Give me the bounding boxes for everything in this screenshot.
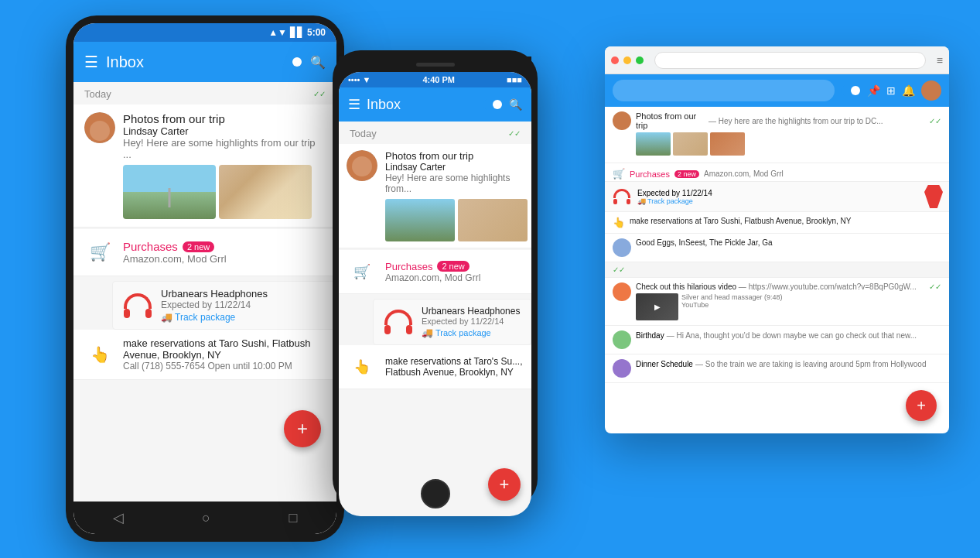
recent-icon[interactable]: □ [289,510,297,526]
desktop-email-photos[interactable]: Photos from our trip — Hey here are the … [605,107,949,163]
browser-chrome: ≡ [605,46,949,74]
status-time: 5:00 [307,27,326,38]
reminder-item[interactable]: 👆 make reservations at Taro Sushi, Flatb… [73,330,336,380]
package-card[interactable]: Urbanears Headphones Expected by 11/22/1… [112,281,336,330]
desktop-track-link[interactable]: 🚚 Track package [637,197,920,205]
bundle-info: Purchases 2 new Amazon.com, Mod Grrl [123,240,326,265]
chrome-menu-icon[interactable]: ≡ [937,54,943,67]
iphone-photo-1 [385,199,455,241]
maximize-btn[interactable] [636,56,644,64]
back-icon[interactable]: ◁ [113,509,124,526]
iphone-app-title: Inbox [367,97,476,113]
divider-check: ✓✓ [613,265,625,274]
package-date: Expected by 11/22/14 [161,300,328,310]
iphone-headphone-image [381,310,415,334]
desktop-email-sender: Photos from our trip [636,111,705,130]
desktop-bundle-purchases[interactable]: 🛒 Purchases 2 new Amazon.com, Mod Grrl [605,163,949,182]
iphone-theme-toggle[interactable] [483,99,503,110]
desktop-photo-1 [636,132,671,156]
iphone-photo-2 [458,199,528,241]
desktop-reminder-row[interactable]: 👆 make reservations at Taro Sushi, Flatb… [605,212,949,234]
email-subject: Photos from our trip [123,112,326,125]
iphone-track-link[interactable]: 🚚 Track package [422,327,523,338]
iphone-bundle-purchases[interactable]: 🛒 Purchases 2 new Amazon.com, Mod Grrl [339,250,531,294]
iphone-home-button[interactable] [421,479,450,508]
desktop-double-check: ✓✓ [929,117,941,125]
video-thumb-row: ▶ Silver and head massager (9:48)YouTube [636,293,924,320]
desktop-birthday-sender: Birthday [636,331,664,340]
pin-icon[interactable]: 📌 [867,84,880,97]
desktop-compose-fab[interactable]: + [906,390,937,421]
desktop-email-birthday[interactable]: Birthday — Hi Ana, thought you'd be down… [605,326,949,354]
menu-icon[interactable]: ☰ [84,53,98,71]
desktop-toolbar: 📌 ⊞ 🔔 [605,74,949,107]
iphone-compose-fab[interactable]: + [488,468,521,501]
iphone-package-date: Expected by 11/22/14 [422,317,523,326]
iphone-menu-icon[interactable]: ☰ [348,96,360,113]
desktop-content: Photos from our trip — Hey here are the … [605,107,949,383]
bundle-purchases[interactable]: 🛒 Purchases 2 new Amazon.com, Mod Grrl [73,229,336,276]
iphone-email-photos[interactable]: Photos from our trip Lindsay Carter Hey!… [339,144,531,248]
bell-icon[interactable]: 🔔 [902,84,915,97]
desktop-email-dinner[interactable]: Dinner Schedule — So the train we are ta… [605,354,949,383]
iphone-package-card[interactable]: Urbanears Headphones Expected by 11/22/1… [373,299,531,345]
reminder-text: make reservations at Taro Sushi, Flatbus… [123,337,326,361]
signal-bars: ▋▋ [290,27,304,38]
toolbar-icons: 📌 ⊞ 🔔 [841,80,941,101]
iphone-package-name: Urbanears Headphones [422,306,523,317]
iphone-bundle-title: Purchases 2 new [385,261,524,272]
track-package-link[interactable]: 🚚 Track package [161,312,328,323]
android-top-bar: ☰ Inbox 🔍 [73,42,336,82]
iphone-bundle-badge: 2 new [437,261,469,272]
photo-thumb-2 [219,165,312,219]
desktop-avatar-dinner [613,359,631,378]
desktop-package-row[interactable]: Expected by 11/22/14 🚚 Track package [605,182,949,212]
iphone-reminder-icon: 👆 [347,351,377,382]
iphone-email-subject: Photos from our trip [385,150,524,162]
iphone-photos [385,199,524,241]
android-screen: ▲▼ ▋▋ 5:00 ☰ Inbox 🔍 Today ✓✓ [73,23,336,534]
desktop-bundle-senders: Amazon.com, Mod Grrl [704,169,784,178]
iphone-search-icon[interactable]: 🔍 [509,98,522,111]
desktop-dinner-preview: — So the train we are taking is leaving … [695,360,926,368]
iphone-today-label: Today [350,128,377,139]
iphone-signal: •••• ▼ [348,75,370,84]
desktop-purchases-icon: 🛒 [613,168,625,180]
desktop-email-row-3[interactable]: Good Eggs, InSeest, The Pickle Jar, Ga [605,234,949,262]
search-icon[interactable]: 🔍 [310,55,326,70]
today-label: Today [84,88,111,100]
desktop-search-bar[interactable] [613,80,835,101]
desktop-avatar-3 [613,238,631,257]
mark-all-read-icon[interactable]: ✓✓ [313,90,326,98]
purchases-icon: 🛒 [84,237,115,268]
home-icon[interactable]: ○ [202,510,210,526]
email-item-photos[interactable]: Photos from our trip Lindsay Carter Hey!… [73,104,336,228]
iphone-inbox-body: Today ✓✓ Photos from our trip Lindsay Ca… [339,122,531,516]
android-inbox-content: Today ✓✓ Photos from our trip Lindsay Ca… [73,82,336,502]
theme-toggle[interactable] [282,56,302,67]
minimize-btn[interactable] [623,56,631,64]
desktop-email-video[interactable]: Check out this hilarious video — https:/… [605,278,949,326]
close-btn[interactable] [611,56,619,64]
desktop-package-info: Expected by 11/22/14 🚚 Track package [637,189,920,205]
iphone-top-bar: ☰ Inbox 🔍 [339,87,531,122]
address-bar[interactable] [654,52,926,69]
email-preview: Hey! Here are some highlights from our t… [123,137,326,160]
android-status-bar: ▲▼ ▋▋ 5:00 [73,23,336,42]
iphone-mark-all[interactable]: ✓✓ [508,129,521,138]
iphone-section-today: Today ✓✓ [339,122,531,142]
user-avatar[interactable] [921,80,941,101]
grid-icon[interactable]: ⊞ [886,84,896,97]
reminder-body: make reservations at Taro Sushi, Flatbus… [123,337,326,371]
signal-icon: ▲▼ [268,27,287,38]
section-header-today: Today ✓✓ [73,82,336,103]
iphone-reminder[interactable]: 👆 make reservations at Taro's Su..., Fla… [339,345,531,389]
iphone-bundle-info: Purchases 2 new Amazon.com, Mod Grrl [385,261,524,283]
desktop-bundle-label: Purchases [630,169,670,179]
compose-fab[interactable]: + [284,410,321,447]
desktop-email-video-body: Check out this hilarious video — https:/… [636,282,924,320]
desktop-avatar-birthday [613,330,631,349]
bundle-title: Purchases 2 new [123,240,326,253]
desktop-theme-toggle[interactable] [841,85,861,96]
video-label: Silver and head massager (9:48)YouTube [681,293,783,320]
